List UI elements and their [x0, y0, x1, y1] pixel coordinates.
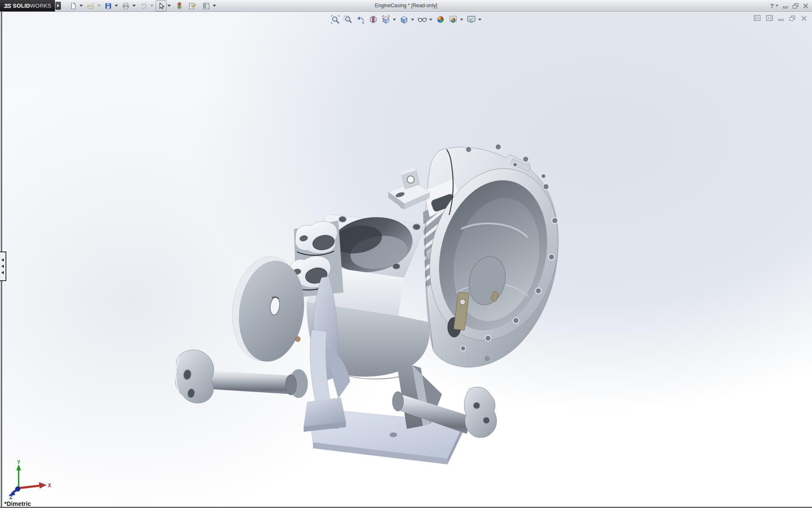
undo-arrow-icon [140, 2, 148, 10]
pane-right-toggle-button[interactable] [766, 15, 773, 21]
close-window-button[interactable] [803, 3, 809, 9]
display-style-dropdown[interactable] [411, 14, 415, 25]
previous-view-button[interactable] [355, 14, 366, 25]
edit-appearance-button[interactable] [435, 14, 446, 25]
undo-button[interactable] [138, 0, 149, 11]
open-button[interactable] [85, 0, 96, 11]
view-orientation-button[interactable] [381, 14, 392, 25]
window-controls: ? [770, 0, 809, 11]
new-document-button[interactable] [68, 0, 79, 11]
new-document-dropdown[interactable] [79, 1, 83, 11]
print-icon [122, 2, 130, 10]
triad-y-arrowhead [16, 464, 21, 470]
previous-view-icon [356, 15, 365, 24]
print-dropdown[interactable] [132, 1, 136, 11]
save-button[interactable] [103, 0, 114, 11]
edit-appearance-ball-icon [436, 15, 445, 24]
triad-origin [16, 487, 20, 491]
triad-x-arrowhead [39, 482, 47, 489]
brand-text-solid: SOLID [13, 3, 30, 9]
hide-show-items-dropdown[interactable] [429, 14, 433, 25]
options-checklist-icon [202, 2, 210, 10]
apply-scene-dropdown[interactable] [460, 14, 464, 25]
collapse-arrow-icon [1, 265, 4, 268]
dropdown-caret-icon [213, 5, 216, 7]
open-folder-icon [87, 2, 95, 10]
select-dropdown[interactable] [167, 1, 171, 11]
view-settings-dropdown[interactable] [478, 14, 482, 25]
restore-document-icon [789, 15, 796, 21]
title-bar: 3S SOLIDWORKS [0, 0, 812, 12]
reference-triad: Y X Z [6, 460, 52, 499]
apply-scene-icon [449, 15, 458, 24]
triad-x-axis [19, 486, 41, 488]
dropdown-caret-icon [393, 19, 396, 21]
select-button[interactable] [156, 0, 167, 11]
print-button[interactable] [120, 0, 132, 11]
menu-flyout-button[interactable] [55, 2, 61, 10]
dropdown-caret-icon [97, 5, 101, 7]
dropdown-caret-icon [132, 5, 136, 7]
dropdown-caret-icon [80, 5, 83, 7]
restore-window-button[interactable] [792, 3, 799, 9]
apply-scene-button[interactable] [448, 14, 459, 25]
pane-left-toggle-icon [754, 15, 761, 21]
close-icon [803, 3, 809, 9]
dropdown-caret-icon [115, 5, 118, 7]
file-properties-button[interactable] [187, 0, 198, 11]
new-document-icon [69, 2, 77, 10]
collapse-arrow-icon [1, 271, 4, 274]
triad-x-label: X [48, 483, 51, 489]
help-button[interactable]: ? [770, 2, 779, 9]
minimize-document-button[interactable] [778, 15, 784, 21]
graphics-area[interactable]: Y X Z *Dimetric [0, 12, 812, 508]
collapse-arrow-icon [1, 258, 4, 262]
zoom-to-fit-icon [331, 15, 340, 24]
dropdown-caret-icon [460, 19, 464, 21]
options-button[interactable] [200, 0, 212, 11]
menu-bar-toolbar [68, 0, 218, 11]
dropdown-caret-icon [167, 5, 171, 7]
engine-casing-model[interactable] [0, 12, 812, 508]
brand-text-works: WORKS [30, 3, 51, 9]
save-floppy-icon [104, 2, 112, 10]
view-orientation-label: *Dimetric [4, 500, 31, 507]
triad-y-label: Y [17, 460, 20, 465]
hide-show-items-button[interactable] [417, 14, 428, 25]
dropdown-caret-icon [478, 19, 482, 21]
engine-casing-geometry [176, 144, 576, 464]
dropdown-caret-icon [411, 19, 414, 21]
view-orientation-dropdown[interactable] [392, 14, 397, 25]
document-window-controls [754, 15, 807, 21]
options-dropdown[interactable] [212, 1, 217, 11]
minimize-icon [782, 3, 788, 9]
rebuild-traffic-light-icon [176, 2, 182, 10]
save-dropdown[interactable] [114, 1, 118, 11]
solidworks-logo-mark-icon: 3S [4, 2, 11, 9]
document-title: EngineCasing * [Read-only] [375, 0, 437, 11]
view-settings-icon [467, 15, 476, 24]
close-document-icon [801, 15, 807, 21]
section-view-button[interactable] [368, 14, 379, 25]
minimize-window-button[interactable] [782, 3, 788, 9]
view-settings-button[interactable] [466, 14, 477, 25]
zoom-to-fit-button[interactable] [330, 14, 341, 25]
undo-dropdown[interactable] [149, 1, 154, 11]
display-style-button[interactable] [399, 14, 410, 25]
rebuild-button[interactable] [175, 0, 184, 11]
solidworks-logo: 3S SOLIDWORKS [0, 0, 55, 11]
restore-icon [792, 3, 799, 9]
restore-document-button[interactable] [789, 15, 796, 21]
feature-manager-flyout-tab[interactable] [0, 251, 6, 281]
open-dropdown[interactable] [96, 1, 101, 11]
help-icon: ? [770, 2, 774, 9]
close-document-button[interactable] [801, 15, 807, 21]
view-orientation-icon [381, 15, 391, 24]
display-style-icon [400, 15, 409, 24]
pane-left-toggle-button[interactable] [754, 15, 761, 21]
zoom-to-area-button[interactable] [343, 14, 354, 25]
help-dropdown-caret-icon [775, 5, 779, 7]
dropdown-caret-icon [429, 19, 433, 21]
pane-right-toggle-icon [766, 15, 773, 21]
select-cursor-icon [157, 2, 165, 10]
